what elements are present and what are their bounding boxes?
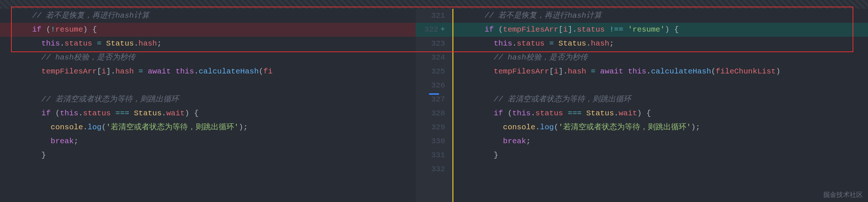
code-line[interactable] <box>0 79 416 93</box>
token-comment: // 若清空或者状态为等待，则跳出循环 <box>494 95 631 104</box>
code-line[interactable]: if (tempFilesArr[i].status !== 'resume')… <box>452 23 868 37</box>
code-lines-left[interactable]: // 若不是恢复，再进行hash计算 if (!resume) { this.s… <box>0 0 416 162</box>
token-keyword: this <box>41 39 60 48</box>
token-plain <box>605 25 609 34</box>
token-punct: ; <box>696 123 700 131</box>
token-punct: ( <box>498 25 503 34</box>
code-line[interactable]: tempFilesArr[i].hash = await this.calcul… <box>452 65 868 79</box>
token-punct: } <box>494 151 499 159</box>
token-punct: . <box>79 109 83 118</box>
token-prop: hash <box>568 67 586 76</box>
token-punct: ; <box>526 137 531 145</box>
token-punct: ( <box>711 67 716 76</box>
token-var: Status <box>586 109 614 118</box>
token-prop: hash <box>116 67 134 76</box>
token-punct: ; <box>609 39 614 48</box>
token-keyword: this <box>175 67 194 76</box>
token-indent <box>457 151 494 159</box>
token-string: '若清空或者状态为等待，则跳出循环' <box>106 123 238 131</box>
token-indent <box>457 123 503 131</box>
code-line[interactable]: tempFilesArr[i].hash = await this.calcul… <box>0 65 416 79</box>
token-plain <box>554 39 559 48</box>
token-punct: ) <box>691 123 696 131</box>
token-prop: tempFilesArr <box>41 67 97 76</box>
token-indent <box>457 109 494 118</box>
token-punct: . <box>60 39 65 48</box>
code-line[interactable]: // hash校验，是否为秒传 <box>452 51 868 65</box>
token-var: console <box>51 123 83 131</box>
token-keyword: this <box>628 67 646 76</box>
code-line[interactable]: break; <box>452 134 868 148</box>
code-line[interactable]: // 若清空或者状态为等待，则跳出循环 <box>0 93 416 107</box>
code-line[interactable]: } <box>452 148 868 162</box>
token-prop: wait <box>619 109 637 118</box>
token-plain <box>544 39 549 48</box>
token-punct: { <box>92 25 97 34</box>
token-punct: ) <box>665 25 670 34</box>
token-prop: status <box>517 39 545 48</box>
token-prop: status <box>535 109 563 118</box>
code-line[interactable]: // 若清空或者状态为等待，则跳出循环 <box>452 93 868 107</box>
token-keyword: this <box>60 109 78 118</box>
token-keyword: this <box>512 109 530 118</box>
token-plain <box>623 67 628 76</box>
code-line[interactable]: // 若不是恢复，再进行hash计算 <box>452 9 868 23</box>
token-indent <box>457 67 494 76</box>
token-keyword: if <box>41 109 51 118</box>
token-op: ! <box>51 25 55 34</box>
diff-pane-right[interactable]: // 若不是恢复，再进行hash计算 if (tempFilesArr[i].s… <box>452 0 868 202</box>
token-op: = <box>139 67 143 76</box>
token-punct: ) <box>185 109 190 118</box>
token-punct: . <box>512 39 517 48</box>
token-punct: ) <box>239 123 244 131</box>
token-func: calculateHash <box>651 67 711 76</box>
token-prop: resume <box>55 25 83 34</box>
token-punct: . <box>83 123 88 131</box>
code-lines-right[interactable]: // 若不是恢复，再进行hash计算 if (tempFilesArr[i].s… <box>452 0 868 176</box>
token-op: === <box>116 109 130 118</box>
token-punct: ] <box>106 67 111 76</box>
token-prop: fi <box>263 67 273 76</box>
token-punct: ; <box>157 39 162 48</box>
code-line[interactable]: } <box>0 148 416 162</box>
line-gutter-right[interactable]: 321322+323324325326327328329330331332 <box>416 0 452 202</box>
token-punct: ) <box>637 109 642 118</box>
hatched-top-right <box>452 0 868 9</box>
code-line[interactable]: this.status = Status.hash; <box>452 37 868 51</box>
token-punct: . <box>586 39 591 48</box>
token-plain <box>642 109 646 118</box>
diff-view: // 若不是恢复，再进行hash计算 if (!resume) { this.s… <box>0 0 868 202</box>
code-line[interactable]: // 若不是恢复，再进行hash计算 <box>0 9 416 23</box>
token-comment: // 若不是恢复，再进行hash计算 <box>32 11 149 20</box>
token-punct: [ <box>558 25 563 34</box>
code-line[interactable]: if (this.status === Status.wait) { <box>452 107 868 120</box>
token-punct: { <box>194 109 199 118</box>
code-line[interactable]: // hash校验，是否为秒传 <box>0 51 416 65</box>
token-prop: wait <box>166 109 185 118</box>
code-line[interactable]: if (this.status === Status.wait) { <box>0 107 416 120</box>
token-indent <box>457 95 494 104</box>
token-punct: . <box>572 25 577 34</box>
token-var: Status <box>558 39 586 48</box>
token-indent <box>457 39 494 48</box>
token-keyword: if <box>485 25 494 34</box>
code-line[interactable]: if (!resume) { <box>0 23 416 37</box>
code-line[interactable]: break; <box>0 134 416 148</box>
code-line[interactable]: console.log('若清空或者状态为等待，则跳出循环'); <box>452 120 868 134</box>
token-indent <box>4 53 41 62</box>
token-punct: . <box>614 109 619 118</box>
code-line[interactable] <box>452 162 868 176</box>
token-indent <box>4 67 41 76</box>
token-func: log <box>540 123 554 131</box>
code-line[interactable] <box>452 79 868 93</box>
token-punct: ( <box>508 109 513 118</box>
token-prop: status <box>83 109 111 118</box>
token-keyword: break <box>51 137 74 145</box>
code-line[interactable]: this.status = Status.hash; <box>0 37 416 51</box>
token-comment: // 若不是恢复，再进行hash计算 <box>485 11 602 20</box>
diff-pane-left[interactable]: // 若不是恢复，再进行hash计算 if (!resume) { this.s… <box>0 0 416 202</box>
token-prop: tempFilesArr <box>494 67 549 76</box>
token-plain <box>623 25 628 34</box>
token-keyword: if <box>32 25 41 34</box>
code-line[interactable]: console.log('若清空或者状态为等待，则跳出循环'); <box>0 120 416 134</box>
